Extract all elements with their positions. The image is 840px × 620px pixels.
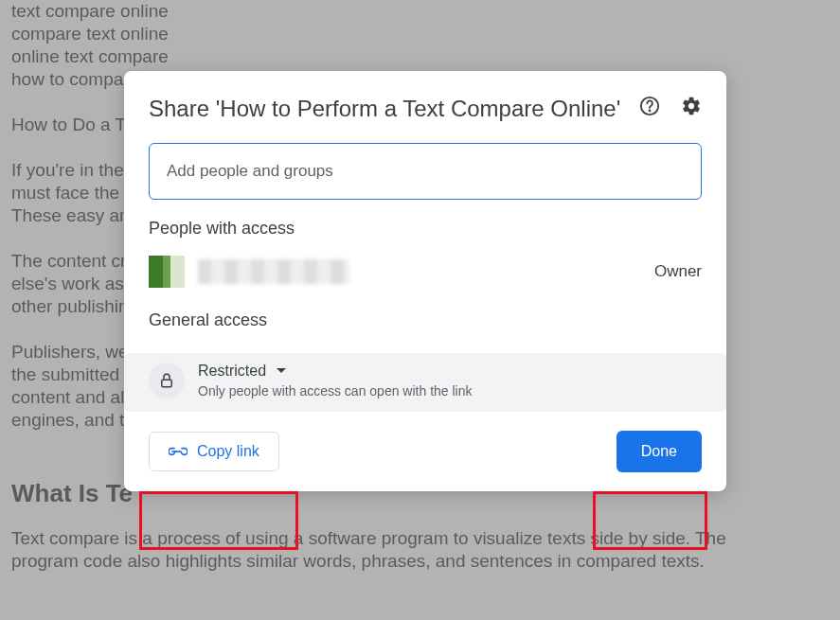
link-icon xyxy=(169,446,188,457)
gear-icon[interactable] xyxy=(681,96,702,116)
svg-point-1 xyxy=(649,110,650,111)
general-access-heading: General access xyxy=(124,310,726,342)
svg-rect-2 xyxy=(162,380,172,387)
owner-row: Owner xyxy=(124,250,726,310)
copy-link-button[interactable]: Copy link xyxy=(149,432,279,471)
share-dialog: Share 'How to Perform a Text Compare Onl… xyxy=(124,71,726,491)
chevron-down-icon xyxy=(276,367,287,375)
access-level-label: Restricted xyxy=(198,363,266,380)
people-access-heading: People with access xyxy=(124,219,726,250)
general-access-row: Restricted Only people with access can o… xyxy=(124,353,726,412)
copy-link-label: Copy link xyxy=(197,443,259,460)
dialog-title: Share 'How to Perform a Text Compare Onl… xyxy=(149,94,639,124)
access-description: Only people with access can open with th… xyxy=(198,383,473,399)
avatar xyxy=(149,256,185,288)
owner-name-redacted xyxy=(198,259,349,284)
owner-role-label: Owner xyxy=(654,262,702,281)
add-people-input[interactable] xyxy=(149,143,702,200)
access-level-dropdown[interactable]: Restricted xyxy=(198,363,473,380)
lock-icon xyxy=(149,363,185,399)
help-icon[interactable] xyxy=(639,96,660,116)
done-button[interactable]: Done xyxy=(617,431,702,472)
